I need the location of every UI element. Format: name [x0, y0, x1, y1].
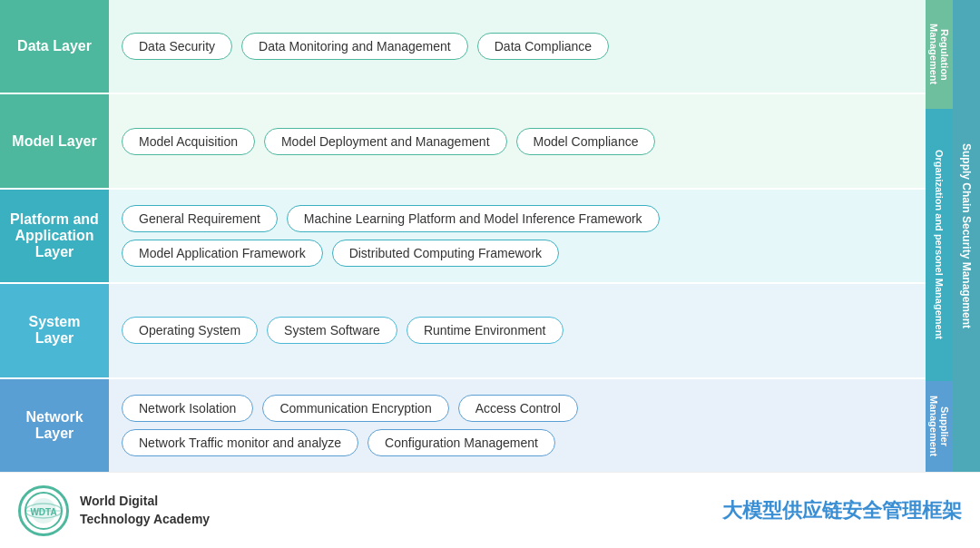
pill-system-0-1: System Software — [267, 317, 397, 344]
pill-row-data-0: Data SecurityData Monitoring and Managem… — [122, 33, 913, 60]
org-line2: Technology Academy — [80, 511, 210, 529]
pill-network-0-1: Communication Encryption — [262, 395, 448, 422]
pill-row-network-0: Network IsolationCommunication Encryptio… — [122, 395, 913, 422]
layer-row-data: Data LayerData SecurityData Monitoring a… — [0, 0, 926, 94]
layer-content-network: Network IsolationCommunication Encryptio… — [109, 379, 926, 472]
org-name: World Digital Technology Academy — [80, 493, 210, 528]
pill-model-0-1: Model Deployment and Management — [264, 128, 507, 155]
pill-row-network-1: Network Traffic monitor and analyzeConfi… — [122, 429, 913, 456]
pill-row-system-0: Operating SystemSystem SoftwareRuntime E… — [122, 317, 913, 344]
layer-content-system: Operating SystemSystem SoftwareRuntime E… — [109, 284, 926, 377]
pill-network-0-2: Access Control — [458, 395, 578, 422]
svg-text:WDTA: WDTA — [30, 507, 56, 517]
pill-network-0-0: Network Isolation — [122, 395, 253, 422]
pill-row-platform-1: Model Application FrameworkDistributed C… — [122, 240, 913, 267]
pill-system-0-2: Runtime Environment — [407, 317, 564, 344]
layer-label-data: Data Layer — [0, 0, 109, 93]
layer-row-platform: Platform and Application LayerGeneral Re… — [0, 190, 926, 284]
supply-chain-label: Supply Chain Security Management — [953, 0, 980, 472]
pill-platform-0-1: Machine Learning Platform and Model Infe… — [287, 205, 660, 232]
pill-platform-1-0: Model Application Framework — [122, 240, 323, 267]
layer-label-model: Model Layer — [0, 94, 109, 187]
org-line1: World Digital — [80, 493, 210, 511]
footer: WDTA World Digital Technology Academy 大模… — [0, 472, 980, 548]
layer-content-data: Data SecurityData Monitoring and Managem… — [109, 0, 926, 93]
chinese-title: 大模型供应链安全管理框架 — [722, 497, 962, 524]
layer-row-network: Network LayerNetwork IsolationCommunicat… — [0, 379, 926, 472]
layer-label-network: Network Layer — [0, 379, 109, 472]
layers-section: Data LayerData SecurityData Monitoring a… — [0, 0, 926, 472]
pill-platform-1-1: Distributed Computing Framework — [332, 240, 559, 267]
layer-label-platform: Platform and Application Layer — [0, 190, 109, 282]
pill-data-0-0: Data Security — [122, 33, 232, 60]
layer-row-model: Model LayerModel AcquisitionModel Deploy… — [0, 94, 926, 189]
pill-system-0-0: Operating System — [122, 317, 258, 344]
pill-network-1-1: Configuration Management — [368, 429, 555, 456]
logo-icon: WDTA — [18, 485, 69, 536]
organization-label: Organization and personel Management — [926, 109, 953, 381]
pill-row-platform-0: General RequirementMachine Learning Plat… — [122, 205, 913, 232]
layer-content-model: Model AcquisitionModel Deployment and Ma… — [109, 94, 926, 187]
layer-label-system: System Layer — [0, 284, 109, 377]
supplier-label: Supplier Management — [926, 381, 953, 472]
pill-model-0-2: Model Compliance — [516, 128, 656, 155]
pill-data-0-2: Data Compliance — [477, 33, 609, 60]
side-col-left: Regulation Management Organization and p… — [926, 0, 953, 472]
side-panel: Regulation Management Organization and p… — [926, 0, 980, 472]
pill-platform-0-0: General Requirement — [122, 205, 278, 232]
pill-row-model-0: Model AcquisitionModel Deployment and Ma… — [122, 128, 913, 155]
layer-content-platform: General RequirementMachine Learning Plat… — [109, 190, 926, 282]
main-diagram: Data LayerData SecurityData Monitoring a… — [0, 0, 980, 472]
pill-network-1-0: Network Traffic monitor and analyze — [122, 429, 358, 456]
layer-row-system: System LayerOperating SystemSystem Softw… — [0, 284, 926, 378]
regulation-label: Regulation Management — [926, 0, 953, 109]
pill-data-0-1: Data Monitoring and Management — [241, 33, 468, 60]
pill-model-0-0: Model Acquisition — [122, 128, 255, 155]
logo-area: WDTA World Digital Technology Academy — [18, 485, 210, 536]
